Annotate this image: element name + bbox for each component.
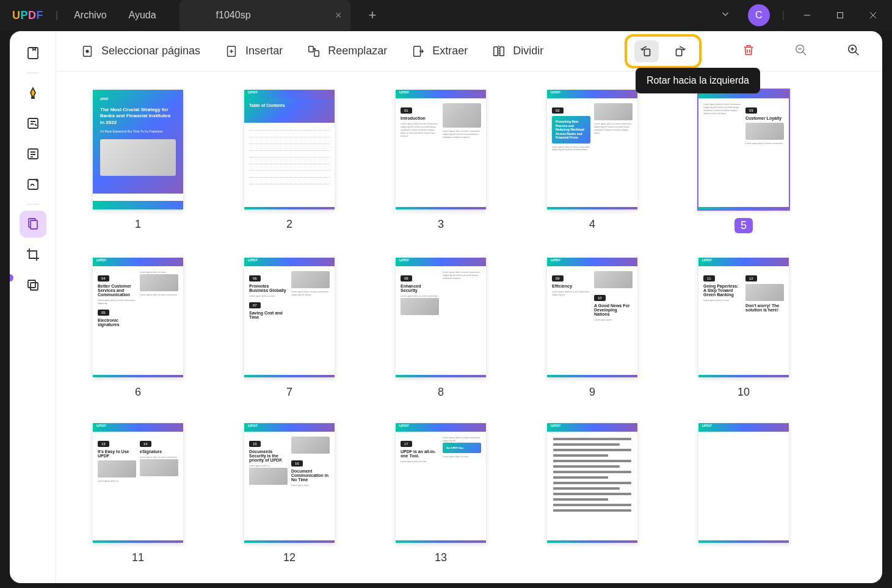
menu-help[interactable]: Ayuda	[118, 1, 167, 29]
thumb-badge: 11	[703, 275, 715, 281]
thumb-title: Customer Loyalty	[745, 116, 784, 120]
tab-close-icon[interactable]: ×	[335, 9, 342, 22]
replace-button[interactable]: Reemplazar	[307, 45, 387, 58]
page-number: 2	[286, 218, 292, 231]
select-pages-button[interactable]: Seleccionar páginas	[81, 45, 200, 58]
select-pages-label: Seleccionar páginas	[101, 45, 200, 57]
svg-rect-5	[32, 97, 34, 98]
page-thumbnail-2[interactable]: Table of Contents 2	[232, 90, 347, 233]
thumb-title: Enhanced Security	[401, 284, 439, 292]
page-number: 9	[589, 386, 595, 399]
content-area: Seleccionar páginas Insertar Reemplazar …	[10, 31, 882, 583]
page-number: 3	[438, 218, 444, 231]
insert-label: Insertar	[245, 45, 283, 57]
thumb-title: It's Easy to Use UPDF	[98, 449, 136, 458]
rotate-left-button[interactable]	[634, 40, 659, 62]
page-thumbnail-13[interactable]: 17 UPDF is an all-in-one Tool. Lorem ips…	[383, 423, 498, 564]
svg-rect-21	[309, 46, 313, 51]
fill-sign-icon[interactable]	[20, 171, 46, 198]
chevron-down-icon[interactable]	[711, 4, 739, 27]
page-thumbnail-14[interactable]	[535, 423, 650, 564]
thumb-badge: 14	[140, 441, 151, 447]
page-thumbnail-7[interactable]: 06 Promotes Business Globally Lorem ipsu…	[232, 258, 347, 399]
thumb-badge: 10	[594, 295, 606, 301]
thumb-badge: 16	[291, 460, 303, 466]
add-tab-button[interactable]: +	[363, 7, 383, 23]
crop-icon[interactable]	[20, 241, 46, 268]
thumb-title: Better Customer Services and Communicati…	[98, 284, 136, 297]
thumb-badge: 15	[249, 441, 261, 447]
thumb-title: UPDF is an all-in-one Tool.	[401, 449, 439, 458]
page-number: 8	[438, 386, 444, 399]
thumb-badge: 05	[98, 310, 109, 316]
page-number: 12	[283, 551, 296, 564]
svg-rect-13	[31, 220, 37, 229]
svg-rect-24	[494, 46, 498, 56]
svg-line-35	[855, 51, 859, 55]
replace-label: Reemplazar	[328, 45, 387, 57]
svg-rect-22	[314, 51, 319, 56]
edit-mode-icon[interactable]	[20, 110, 46, 137]
thumb-badge: 02	[552, 107, 564, 114]
user-avatar[interactable]: C	[748, 4, 770, 26]
watermark-icon[interactable]	[20, 272, 46, 299]
page-thumbnail-1[interactable]: UPDF The Most Crucial Strategy for Banks…	[81, 90, 195, 233]
comment-mode-icon[interactable]	[20, 79, 46, 106]
maximize-button[interactable]	[826, 3, 854, 27]
minimize-button[interactable]	[793, 3, 821, 27]
page-number: 13	[435, 551, 447, 564]
separator: |	[782, 10, 785, 21]
rotate-left-tooltip: Rotar hacia la izquierda	[636, 68, 760, 93]
thumb-title: Documents Security is the priority of UP…	[249, 449, 288, 462]
menu-file[interactable]: Archivo	[63, 1, 117, 29]
delete-button[interactable]	[738, 40, 759, 63]
separator: |	[56, 10, 58, 21]
page-thumbnail-15[interactable]: ...	[686, 423, 801, 564]
insert-button[interactable]: Insertar	[225, 45, 283, 58]
page-thumbnail-10[interactable]: 11 Going Paperless: A Step Toward Green …	[686, 258, 801, 399]
main-panel: Seleccionar páginas Insertar Reemplazar …	[56, 31, 882, 583]
thumb-title: eSignature	[140, 449, 178, 454]
thumb-badge: 06	[249, 275, 261, 281]
thumb-badge: 07	[249, 302, 261, 308]
page-number: 7	[286, 386, 292, 399]
svg-rect-6	[28, 118, 38, 128]
thumb-title: The Most Crucial Strategy for Banks and …	[100, 107, 176, 126]
page-number: 5	[734, 218, 753, 233]
document-tab[interactable]: f1040sp ×	[179, 0, 350, 31]
thumb-title: Document Communication in No Time	[291, 469, 330, 482]
thumb-badge: 09	[552, 275, 564, 281]
svg-rect-1	[838, 13, 843, 18]
svg-rect-15	[31, 283, 38, 290]
zoom-in-button[interactable]	[843, 40, 864, 63]
thumb-badge: 01	[401, 107, 412, 114]
thumb-subtitle: It's More Expansive But Time To Go Paper…	[100, 129, 176, 133]
page-number: 4	[589, 218, 595, 231]
thumb-title: Efficiency	[552, 284, 590, 288]
thumb-badge: 04	[98, 275, 109, 281]
page-grid[interactable]: UPDF The Most Crucial Strategy for Banks…	[56, 71, 882, 583]
page-thumbnail-12[interactable]: 15 Documents Security is the priority of…	[232, 423, 347, 564]
extract-button[interactable]: Extraer	[412, 45, 468, 58]
rotate-right-button[interactable]	[667, 40, 692, 62]
page-thumbnail-8[interactable]: 08 Enhanced Security Lorem ipsum dolor s…	[383, 258, 498, 399]
page-thumbnail-3[interactable]: 01 Introduction Lorem ipsum dolor sit am…	[383, 90, 498, 233]
page-thumbnail-11[interactable]: 13 It's Easy to Use UPDF Lorem ipsum dol…	[81, 423, 195, 564]
zoom-out-button[interactable]	[791, 40, 811, 63]
close-button[interactable]	[859, 3, 887, 27]
organize-pages-icon[interactable]	[20, 211, 46, 238]
split-label: Dividir	[513, 45, 543, 57]
left-sidebar	[10, 31, 56, 583]
page-thumbnail-4[interactable]: 02 Promoting Best Practice and Reducing …	[535, 90, 650, 233]
page-number: 1	[135, 218, 141, 231]
app-logo: UPDF	[5, 9, 51, 22]
page-thumbnail-9[interactable]: 09 Efficiency Lorem ipsum dolor sit amet…	[535, 258, 650, 399]
svg-point-17	[86, 50, 89, 53]
page-thumbnail-5[interactable]: Lorem ipsum dolor sit amet consectetur a…	[686, 90, 801, 233]
split-button[interactable]: Dividir	[492, 45, 543, 58]
page-number: 11	[132, 551, 144, 564]
reader-mode-icon[interactable]	[20, 40, 46, 67]
rotate-group	[625, 34, 702, 68]
form-mode-icon[interactable]	[20, 140, 46, 167]
page-thumbnail-6[interactable]: 04 Better Customer Services and Communic…	[81, 258, 195, 399]
